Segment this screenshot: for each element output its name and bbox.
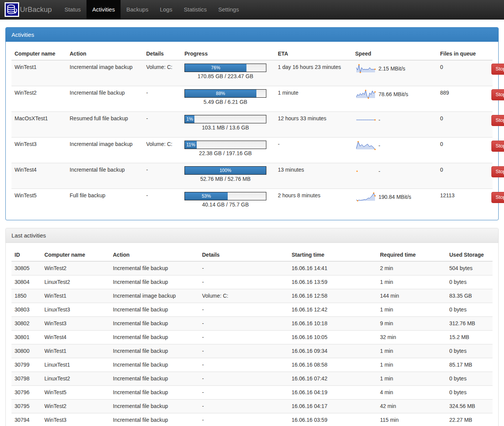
col-files-in-queue: Files in queue <box>437 48 488 60</box>
last-action: Incremental file backup <box>110 275 199 289</box>
last-activity-row: 30800 WinTest1 Incremental file backup -… <box>11 344 493 358</box>
main-nav: Status Activities Backups Logs Statistic… <box>59 0 245 19</box>
progress-size-text: 22.38 GB / 197.16 GB <box>184 150 266 157</box>
progress-size-text: 170.85 GB / 223.47 GB <box>184 73 266 80</box>
last-required-time: 1 min <box>377 303 446 317</box>
progress-size-text: 5.49 GB / 6.21 GB <box>184 98 266 106</box>
last-computer: WinTest3 <box>41 413 110 426</box>
activity-details: - <box>143 112 181 138</box>
last-computer: LinuxTest3 <box>41 303 110 317</box>
activity-files-in-queue: 0 <box>437 60 488 86</box>
last-action: Incremental file backup <box>110 386 199 400</box>
activities-panel-title: Activities <box>6 28 498 42</box>
activity-speed-cell: - <box>352 112 437 138</box>
stop-button[interactable]: Stop <box>491 115 504 126</box>
progress-bar-fill: 76% <box>185 64 246 72</box>
nav-item-statistics[interactable]: Statistics <box>178 0 212 19</box>
nav-item-status[interactable]: Status <box>59 0 86 19</box>
last-details: - <box>199 358 289 372</box>
last-computer: WinTest2 <box>41 400 110 413</box>
stop-button[interactable]: Stop <box>491 166 504 177</box>
last-computer: WinTest2 <box>41 261 110 275</box>
last-used-storage: 312.76 MB <box>446 317 493 331</box>
nav-item-logs[interactable]: Logs <box>154 0 178 19</box>
last-id: 1850 <box>11 289 41 303</box>
last-starting-time: 16.06.16 07:42 <box>289 372 377 386</box>
speed-sparkline-chart <box>355 115 376 125</box>
activity-action: Resumed full file backup <box>67 112 143 138</box>
stop-button[interactable]: Stop <box>491 192 504 203</box>
last-computer: LinuxTest1 <box>41 358 110 372</box>
last-starting-time: 16.06.16 12:42 <box>289 303 377 317</box>
last-id: 30801 <box>11 331 41 344</box>
activity-details: - <box>143 189 181 215</box>
activity-actions-cell: StopShow log <box>488 189 493 215</box>
col-action: Action <box>67 48 143 60</box>
activity-row: MacOsXTest1 Resumed full file backup - 1… <box>11 112 493 138</box>
speed-text: 2.15 MBit/s <box>378 66 405 72</box>
last-starting-time: 16.06.16 08:58 <box>289 358 377 372</box>
progress-percent-label: 53% <box>202 193 211 200</box>
nav-item-activities[interactable]: Activities <box>86 0 121 19</box>
last-used-storage: 0 bytes <box>446 372 493 386</box>
activity-actions-cell: StopShow log <box>488 60 493 86</box>
activity-files-in-queue: 0 <box>437 112 488 138</box>
last-computer: WinTest4 <box>41 331 110 344</box>
last-required-time: 1 min <box>377 275 446 289</box>
last-starting-time: 16.06.16 13:59 <box>289 275 377 289</box>
stop-button[interactable]: Stop <box>491 141 504 152</box>
last-required-time: 4 min <box>377 386 446 400</box>
col-computer-name: Computer name <box>41 249 110 261</box>
speed-text: - <box>378 168 380 174</box>
last-required-time: 115 min <box>377 413 446 426</box>
activity-progress-cell: 76% 170.85 GB / 223.47 GB <box>181 60 275 86</box>
last-computer: WinTest1 <box>41 344 110 358</box>
last-action: Incremental file backup <box>110 261 199 275</box>
col-action: Action <box>110 249 199 261</box>
speed-sparkline-chart <box>355 64 376 74</box>
urbackup-logo-icon <box>5 2 19 17</box>
brand[interactable]: UrBackup <box>0 0 55 19</box>
nav-item-backups[interactable]: Backups <box>121 0 154 19</box>
progress-percent-label: 76% <box>211 64 220 72</box>
stop-button[interactable]: Stop <box>491 89 504 100</box>
progress-bar-fill: 88% <box>185 90 256 97</box>
stop-button[interactable]: Stop <box>491 64 504 75</box>
activity-details: Volume: C: <box>143 138 181 163</box>
last-action: Incremental file backup <box>110 303 199 317</box>
progress-percent-label: 88% <box>216 90 225 97</box>
activity-row: WinTest3 Incremental image backup Volume… <box>11 138 493 163</box>
speed-text: 190.84 MBit/s <box>378 194 411 200</box>
activity-computer: WinTest5 <box>11 189 67 215</box>
last-required-time: 1 min <box>377 372 446 386</box>
activity-computer: WinTest4 <box>11 163 67 189</box>
progress-percent-label: 1% <box>186 116 193 123</box>
last-required-time: 1 min <box>377 358 446 372</box>
last-starting-time: 16.06.16 03:59 <box>289 413 377 426</box>
last-computer: WinTest5 <box>41 386 110 400</box>
activities-table: Computer name Action Details Progress ET… <box>11 48 493 214</box>
last-activity-row: 30805 WinTest2 Incremental file backup -… <box>11 261 493 275</box>
last-details: - <box>199 400 289 413</box>
nav-item-settings[interactable]: Settings <box>212 0 245 19</box>
activity-computer: WinTest3 <box>11 138 67 163</box>
progress-size-text: 40.14 GB / 75.7 GB <box>184 201 266 208</box>
last-details: - <box>199 331 289 344</box>
progress-percent-label: 11% <box>186 141 195 149</box>
activity-eta: 1 minute <box>275 86 352 112</box>
progress-bar: 76% <box>184 64 266 72</box>
progress-bar: 1% <box>184 115 266 123</box>
last-used-storage: 0 bytes <box>446 275 493 289</box>
activity-speed-cell: 78.66 MBit/s <box>352 86 437 112</box>
col-id: ID <box>11 249 41 261</box>
last-details: - <box>199 317 289 331</box>
last-id: 30796 <box>11 386 41 400</box>
last-activity-row: 30804 LinuxTest2 Incremental file backup… <box>11 275 493 289</box>
activity-speed-cell: 2.15 MBit/s <box>352 60 437 86</box>
activity-files-in-queue: 0 <box>437 138 488 163</box>
activity-computer: WinTest1 <box>11 60 67 86</box>
progress-bar-fill: 100% <box>185 167 266 174</box>
activity-computer: MacOsXTest1 <box>11 112 67 138</box>
last-computer: WinTest1 <box>41 289 110 303</box>
progress-bar: 100% <box>184 166 266 175</box>
